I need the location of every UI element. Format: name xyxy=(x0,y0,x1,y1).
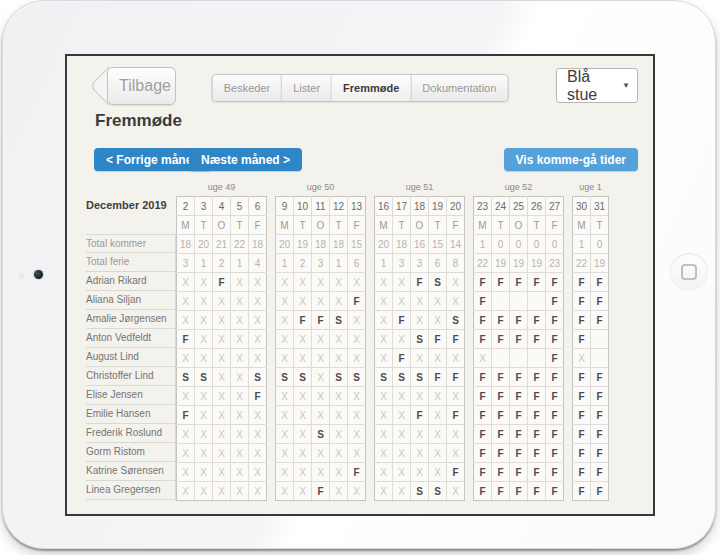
attendance-cell[interactable]: X xyxy=(312,368,330,387)
attendance-cell[interactable]: F xyxy=(591,292,609,311)
attendance-cell[interactable]: X xyxy=(330,349,348,368)
attendance-cell[interactable] xyxy=(492,349,510,368)
attendance-cell[interactable]: S xyxy=(330,311,348,330)
attendance-cell[interactable]: X xyxy=(177,292,195,311)
attendance-cell[interactable]: F xyxy=(546,406,564,425)
attendance-cell[interactable]: F xyxy=(591,368,609,387)
attendance-cell[interactable]: X xyxy=(348,330,366,349)
attendance-cell[interactable]: F xyxy=(510,368,528,387)
attendance-cell[interactable]: F xyxy=(474,425,492,444)
attendance-cell[interactable]: X xyxy=(177,463,195,482)
attendance-cell[interactable]: F xyxy=(591,482,609,501)
attendance-cell[interactable]: X xyxy=(195,273,213,292)
attendance-cell[interactable]: F xyxy=(393,311,411,330)
attendance-cell[interactable]: F xyxy=(573,444,591,463)
attendance-cell[interactable]: F xyxy=(312,311,330,330)
tab-beskeder[interactable]: Beskeder xyxy=(213,75,282,101)
attendance-cell[interactable]: X xyxy=(195,482,213,501)
attendance-cell[interactable] xyxy=(510,292,528,311)
attendance-cell[interactable]: X xyxy=(447,273,465,292)
attendance-cell[interactable]: S xyxy=(411,330,429,349)
attendance-cell[interactable]: X xyxy=(213,387,231,406)
attendance-cell[interactable]: F xyxy=(492,330,510,349)
attendance-cell[interactable]: X xyxy=(375,463,393,482)
attendance-cell[interactable]: X xyxy=(195,406,213,425)
attendance-cell[interactable]: F xyxy=(573,482,591,501)
attendance-cell[interactable]: F xyxy=(393,349,411,368)
attendance-cell[interactable]: X xyxy=(231,444,249,463)
attendance-cell[interactable]: S xyxy=(411,482,429,501)
attendance-cell[interactable]: F xyxy=(546,292,564,311)
attendance-cell[interactable]: X xyxy=(393,273,411,292)
attendance-cell[interactable]: F xyxy=(528,425,546,444)
attendance-cell[interactable]: X xyxy=(330,444,348,463)
attendance-cell[interactable]: X xyxy=(249,292,267,311)
attendance-cell[interactable] xyxy=(528,292,546,311)
attendance-cell[interactable]: X xyxy=(330,463,348,482)
next-month-button[interactable]: Næste måned > xyxy=(189,148,302,171)
attendance-cell[interactable]: F xyxy=(573,273,591,292)
attendance-cell[interactable]: F xyxy=(447,330,465,349)
attendance-cell[interactable]: X xyxy=(330,425,348,444)
attendance-cell[interactable]: X xyxy=(177,311,195,330)
attendance-cell[interactable]: S xyxy=(375,368,393,387)
attendance-cell[interactable]: F xyxy=(528,482,546,501)
attendance-cell[interactable]: X xyxy=(348,349,366,368)
attendance-cell[interactable]: X xyxy=(393,292,411,311)
attendance-cell[interactable]: X xyxy=(231,406,249,425)
attendance-cell[interactable]: F xyxy=(411,273,429,292)
attendance-cell[interactable]: F xyxy=(546,425,564,444)
attendance-cell[interactable]: F xyxy=(492,425,510,444)
attendance-cell[interactable]: F xyxy=(474,444,492,463)
attendance-cell[interactable]: X xyxy=(573,349,591,368)
attendance-cell[interactable]: X xyxy=(213,330,231,349)
attendance-cell[interactable]: F xyxy=(510,311,528,330)
attendance-cell[interactable]: X xyxy=(231,425,249,444)
attendance-cell[interactable]: X xyxy=(276,425,294,444)
attendance-cell[interactable]: X xyxy=(231,292,249,311)
attendance-cell[interactable]: X xyxy=(330,273,348,292)
attendance-cell[interactable]: X xyxy=(276,292,294,311)
attendance-cell[interactable]: X xyxy=(375,311,393,330)
attendance-cell[interactable]: X xyxy=(249,311,267,330)
attendance-cell[interactable]: F xyxy=(573,330,591,349)
attendance-cell[interactable]: X xyxy=(411,425,429,444)
attendance-cell[interactable]: F xyxy=(474,273,492,292)
attendance-cell[interactable]: S xyxy=(312,425,330,444)
attendance-cell[interactable]: F xyxy=(474,292,492,311)
attendance-cell[interactable]: F xyxy=(528,463,546,482)
attendance-cell[interactable]: X xyxy=(294,349,312,368)
attendance-cell[interactable]: X xyxy=(213,368,231,387)
attendance-cell[interactable]: F xyxy=(474,368,492,387)
attendance-cell[interactable]: F xyxy=(528,311,546,330)
attendance-cell[interactable]: X xyxy=(312,406,330,425)
attendance-cell[interactable]: X xyxy=(429,349,447,368)
attendance-cell[interactable]: S xyxy=(429,273,447,292)
attendance-cell[interactable]: X xyxy=(375,482,393,501)
attendance-cell[interactable]: F xyxy=(573,406,591,425)
attendance-cell[interactable]: X xyxy=(429,406,447,425)
attendance-cell[interactable]: X xyxy=(375,387,393,406)
attendance-cell[interactable]: F xyxy=(492,311,510,330)
attendance-cell[interactable]: X xyxy=(294,425,312,444)
attendance-cell[interactable]: F xyxy=(510,273,528,292)
attendance-cell[interactable]: F xyxy=(348,292,366,311)
attendance-cell[interactable]: F xyxy=(492,406,510,425)
attendance-cell[interactable]: F xyxy=(546,387,564,406)
attendance-cell[interactable]: X xyxy=(393,463,411,482)
attendance-cell[interactable]: F xyxy=(492,368,510,387)
attendance-cell[interactable]: X xyxy=(429,311,447,330)
attendance-cell[interactable]: X xyxy=(213,292,231,311)
attendance-cell[interactable]: F xyxy=(474,311,492,330)
attendance-cell[interactable]: X xyxy=(231,368,249,387)
attendance-cell[interactable]: X xyxy=(348,406,366,425)
tab-lister[interactable]: Lister xyxy=(282,75,332,101)
attendance-cell[interactable]: F xyxy=(474,387,492,406)
tab-dokumentation[interactable]: Dokumentation xyxy=(411,75,507,101)
attendance-cell[interactable]: X xyxy=(231,387,249,406)
attendance-cell[interactable]: X xyxy=(294,406,312,425)
attendance-cell[interactable]: X xyxy=(249,273,267,292)
attendance-cell[interactable]: X xyxy=(447,425,465,444)
attendance-cell[interactable]: X xyxy=(276,482,294,501)
attendance-cell[interactable]: X xyxy=(429,444,447,463)
